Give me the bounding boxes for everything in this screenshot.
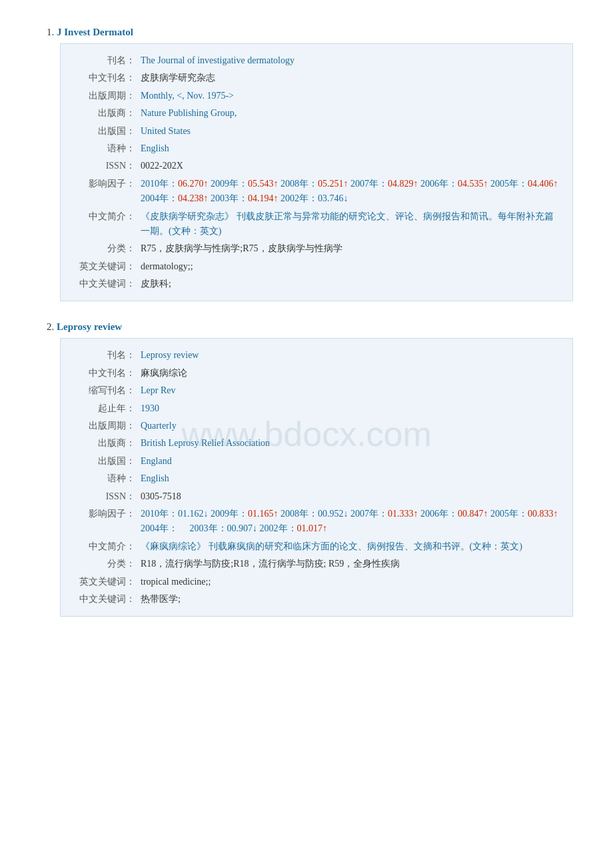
field-value: 1930: [141, 401, 559, 416]
field-value: United States: [141, 124, 559, 139]
field-label: 中文关键词：: [74, 592, 141, 607]
field-label: 起止年：: [74, 401, 141, 416]
table-row: 影响因子：2010年：01.162↓ 2009年：01.165↑ 2008年：0…: [74, 507, 559, 537]
field-value: 皮肤科;: [141, 277, 559, 291]
item-number: 1.: [47, 27, 54, 37]
table-row: 出版商：British Leprosy Relief Association: [74, 436, 559, 451]
field-value: 《麻疯病综论》 刊载麻疯病的研究和临床方面的论文、病例报告、文摘和书评。(文种：…: [141, 539, 559, 554]
table-row: 出版周期：Quarterly: [74, 419, 559, 433]
field-label: 出版商：: [74, 436, 141, 451]
table-row: 语种：English: [74, 471, 559, 486]
table-row: 中文关键词：热带医学;: [74, 592, 559, 607]
field-label: ISSN：: [74, 159, 141, 173]
field-label: 影响因子：: [74, 507, 141, 537]
table-row: 出版商：Nature Publishing Group,: [74, 106, 559, 121]
field-label: 分类：: [74, 557, 141, 571]
table-row: 中文刊名：皮肤病学研究杂志: [74, 71, 559, 85]
field-value: R18，流行病学与防疫;R18，流行病学与防疫; R59，全身性疾病: [141, 557, 559, 571]
field-label: 刊名：: [74, 348, 141, 363]
table-row: 中文刊名：麻疯病综论: [74, 366, 559, 381]
field-label: 刊名：: [74, 53, 141, 68]
table-row: 刊名：Leprosy review: [74, 348, 559, 363]
table-row: ISSN：0022-202X: [74, 159, 559, 173]
field-label: 出版周期：: [74, 419, 141, 433]
table-row: 英文关键词：dermatology;;: [74, 259, 559, 274]
field-value: British Leprosy Relief Association: [141, 436, 559, 451]
field-value: Nature Publishing Group,: [141, 106, 559, 121]
journal-item-1: 1. J Invest Dermatol刊名：The Journal of in…: [40, 27, 573, 301]
journal-item-2: 2. Leprosy review刊名：Leprosy review中文刊名：麻…: [40, 321, 573, 617]
field-label: ISSN：: [74, 489, 141, 504]
field-label: 语种：: [74, 141, 141, 156]
field-value: Monthly, <, Nov. 1975->: [141, 89, 559, 103]
field-label: 出版国：: [74, 454, 141, 469]
field-label: 分类：: [74, 241, 141, 256]
field-label: 中文简介：: [74, 209, 141, 239]
journal-header-1: 1. J Invest Dermatol: [47, 27, 573, 38]
field-label: 英文关键词：: [74, 575, 141, 589]
field-value: Quarterly: [141, 419, 559, 433]
table-row: 分类：R75，皮肤病学与性病学;R75，皮肤病学与性病学: [74, 241, 559, 256]
field-value: Leprosy review: [141, 348, 559, 363]
field-value: 《皮肤病学研究杂志》 刊载皮肤正常与异常功能的研究论文、评论、病例报告和简讯。每…: [141, 209, 559, 239]
field-value: dermatology;;: [141, 259, 559, 274]
table-row: 分类：R18，流行病学与防疫;R18，流行病学与防疫; R59，全身性疾病: [74, 557, 559, 571]
field-value: England: [141, 454, 559, 469]
journal-short-name[interactable]: J Invest Dermatol: [57, 27, 133, 37]
table-row: ISSN：0305-7518: [74, 489, 559, 504]
table-row: 影响因子：2010年：06.270↑ 2009年：05.543↑ 2008年：0…: [74, 177, 559, 207]
field-label: 出版周期：: [74, 89, 141, 103]
journal-short-name[interactable]: Leprosy review: [57, 321, 122, 332]
table-row: 缩写刊名：Lepr Rev: [74, 383, 559, 398]
field-label: 中文刊名：: [74, 366, 141, 381]
field-value: R75，皮肤病学与性病学;R75，皮肤病学与性病学: [141, 241, 559, 256]
field-label: 中文简介：: [74, 539, 141, 554]
field-label: 出版国：: [74, 124, 141, 139]
field-label: 英文关键词：: [74, 259, 141, 274]
field-value: 热带医学;: [141, 592, 559, 607]
table-row: 中文简介：《皮肤病学研究杂志》 刊载皮肤正常与异常功能的研究论文、评论、病例报告…: [74, 209, 559, 239]
field-value: English: [141, 141, 559, 156]
item-number: 2.: [47, 321, 54, 332]
field-label: 出版商：: [74, 106, 141, 121]
field-value: 麻疯病综论: [141, 366, 559, 381]
journal-table-1: 刊名：The Journal of investigative dermatol…: [60, 43, 573, 301]
field-label: 中文刊名：: [74, 71, 141, 85]
field-value: Lepr Rev: [141, 383, 559, 398]
field-label: 语种：: [74, 471, 141, 486]
field-value: 2010年：01.162↓ 2009年：01.165↑ 2008年：00.952…: [141, 507, 559, 537]
field-value: 0305-7518: [141, 489, 559, 504]
table-row: 起止年：1930: [74, 401, 559, 416]
table-row: 出版国：United States: [74, 124, 559, 139]
journal-table-2: 刊名：Leprosy review中文刊名：麻疯病综论缩写刊名：Lepr Rev…: [60, 338, 573, 617]
field-value: English: [141, 471, 559, 486]
journal-header-2: 2. Leprosy review: [47, 321, 573, 333]
field-value: tropical medicine;;: [141, 575, 559, 589]
field-label: 缩写刊名：: [74, 383, 141, 398]
field-value: The Journal of investigative dermatology: [141, 53, 559, 68]
field-label: 影响因子：: [74, 177, 141, 207]
table-row: 出版国：England: [74, 454, 559, 469]
table-row: 刊名：The Journal of investigative dermatol…: [74, 53, 559, 68]
table-row: 英文关键词：tropical medicine;;: [74, 575, 559, 589]
table-row: 出版周期：Monthly, <, Nov. 1975->: [74, 89, 559, 103]
table-row: 中文关键词：皮肤科;: [74, 277, 559, 291]
table-row: 中文简介：《麻疯病综论》 刊载麻疯病的研究和临床方面的论文、病例报告、文摘和书评…: [74, 539, 559, 554]
table-row: 语种：English: [74, 141, 559, 156]
field-label: 中文关键词：: [74, 277, 141, 291]
field-value: 皮肤病学研究杂志: [141, 71, 559, 85]
field-value: 2010年：06.270↑ 2009年：05.543↑ 2008年：05.251…: [141, 177, 559, 207]
field-value: 0022-202X: [141, 159, 559, 173]
